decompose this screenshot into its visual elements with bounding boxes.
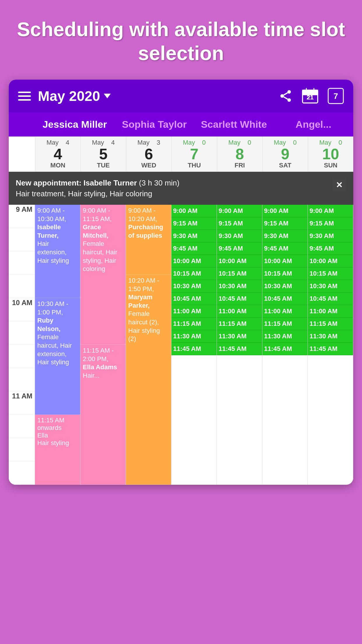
sun-name: SUN — [309, 162, 352, 169]
slot-thu-930[interactable]: 9:30 AM — [171, 230, 217, 242]
slot-sun-915[interactable]: 9:15 AM — [308, 217, 353, 230]
slot-thu-1145[interactable]: 11:45 AM — [171, 343, 217, 355]
apt-ruby-nelson[interactable]: 10:30 AM - 1:00 PM, Ruby Nelson, Female … — [35, 298, 80, 415]
slot-sun-1030[interactable]: 10:30 AM — [308, 280, 353, 293]
header-right: 21 21 7 — [279, 88, 344, 104]
day-header-thu[interactable]: May 0 7 THU — [171, 136, 217, 172]
toast-notification: New appointment: Isabelle Turner (3 h 30… — [9, 172, 353, 205]
slot-sat-930[interactable]: 9:30 AM — [262, 230, 307, 242]
mon-name: MON — [36, 162, 79, 169]
slot-sun-1130[interactable]: 11:30 AM — [308, 330, 353, 343]
slot-sun-1145[interactable]: 11:45 AM — [308, 343, 353, 355]
slot-thu-1115[interactable]: 11:15 AM — [171, 318, 217, 330]
wed-date: 6 — [127, 146, 170, 162]
slot-fri-1145[interactable]: 11:45 AM — [217, 343, 262, 355]
calendar-today-button[interactable]: 21 21 — [302, 88, 318, 104]
thu-name: THU — [173, 162, 216, 169]
day-col-sun: 9:00 AM 9:15 AM 9:30 AM 9:45 AM 10:00 AM… — [308, 205, 353, 485]
slot-sat-1145[interactable]: 11:45 AM — [262, 343, 307, 355]
slot-fri-1015[interactable]: 10:15 AM — [217, 267, 262, 280]
staff-angel[interactable]: Angel... — [274, 112, 353, 136]
apt-purchasing[interactable]: 9:00 AM - 10:20 AM, Purchasing of suppli… — [126, 205, 171, 275]
apt-time: 9:00 AM - 11:15 AM, — [83, 206, 123, 223]
apt-services: Female haircut, Hair styling, Hair color… — [83, 240, 123, 273]
apt-ella-partial[interactable]: 11:15 AM onwards Ella Hair styling — [35, 415, 80, 485]
slot-fri-1045[interactable]: 10:45 AM — [217, 293, 262, 305]
time-945 — [9, 275, 35, 298]
apt-name: Ruby Nelson, — [37, 316, 78, 333]
slot-sat-900[interactable]: 9:00 AM — [262, 205, 307, 217]
day-header-fri[interactable]: May 0 8 FRI — [217, 136, 262, 172]
apt-grace-mitchell[interactable]: 9:00 AM - 11:15 AM, Grace Mitchell, Fema… — [80, 205, 126, 345]
slot-sun-945[interactable]: 9:45 AM — [308, 242, 353, 255]
slot-fri-1115[interactable]: 11:15 AM — [217, 318, 262, 330]
slot-sat-1045[interactable]: 10:45 AM — [262, 293, 307, 305]
hero-title: Scheduling with available time slot sele… — [0, 0, 362, 80]
slot-sun-1115[interactable]: 11:15 AM — [308, 318, 353, 330]
slot-sat-1115[interactable]: 11:15 AM — [262, 318, 307, 330]
slot-fri-930[interactable]: 9:30 AM — [217, 230, 262, 242]
slot-sat-1015[interactable]: 10:15 AM — [262, 267, 307, 280]
day-header-tue[interactable]: May 4 5 TUE — [80, 136, 126, 172]
header-left: May 2020 — [18, 88, 111, 104]
slot-fri-945[interactable]: 9:45 AM — [217, 242, 262, 255]
slot-fri-1030[interactable]: 10:30 AM — [217, 280, 262, 293]
apt-ella-adams[interactable]: 11:15 AM - 2:00 PM, Ella Adams Hair... — [80, 345, 126, 485]
slot-sat-1130[interactable]: 11:30 AM — [262, 330, 307, 343]
slot-sat-915[interactable]: 9:15 AM — [262, 217, 307, 230]
apt-name: Grace Mitchell, — [83, 223, 123, 240]
svg-point-2 — [287, 98, 291, 102]
fri-date: 8 — [218, 146, 261, 162]
slot-fri-1000[interactable]: 10:00 AM — [217, 255, 262, 267]
week-view-button[interactable]: 7 — [328, 88, 344, 104]
apt-time: 9:00 AM - 10:30 AM, — [37, 206, 78, 223]
staff-jessica[interactable]: Jessica Miller — [35, 112, 115, 136]
share-button[interactable] — [279, 89, 293, 103]
day-header-mon[interactable]: May 4 4 MON — [35, 136, 80, 172]
apt-time: 11:15 AM - 2:00 PM, — [83, 346, 123, 363]
slot-sat-1000[interactable]: 10:00 AM — [262, 255, 307, 267]
time-9am: 9 AM — [9, 205, 35, 228]
slot-thu-1100[interactable]: 11:00 AM — [171, 305, 217, 318]
slot-sat-1100[interactable]: 11:00 AM — [262, 305, 307, 318]
month-display[interactable]: May 2020 — [38, 88, 111, 104]
slot-sun-900[interactable]: 9:00 AM — [308, 205, 353, 217]
staff-sophia[interactable]: Sophia Taylor — [115, 112, 194, 136]
slot-thu-1015[interactable]: 10:15 AM — [171, 267, 217, 280]
slot-sun-1000[interactable]: 10:00 AM — [308, 255, 353, 267]
day-header-sat[interactable]: May 0 9 SAT — [262, 136, 308, 172]
calendar-grid: 9 AM 10 AM 11 AM 9:00 AM - 10:30 AM, Isa… — [9, 205, 353, 485]
slot-thu-900[interactable]: 9:00 AM — [171, 205, 217, 217]
day-col-wed: 9:00 AM - 10:20 AM, Purchasing of suppli… — [126, 205, 171, 485]
hamburger-menu[interactable] — [18, 92, 31, 101]
slot-sat-1030[interactable]: 10:30 AM — [262, 280, 307, 293]
slot-fri-1130[interactable]: 11:30 AM — [217, 330, 262, 343]
slot-thu-945[interactable]: 9:45 AM — [171, 242, 217, 255]
tue-date: 5 — [82, 146, 125, 162]
apt-isabelle-turner[interactable]: 9:00 AM - 10:30 AM, Isabelle Turner, Hai… — [35, 205, 80, 298]
apt-time: 11:15 AM onwards — [37, 416, 78, 432]
slot-thu-1045[interactable]: 10:45 AM — [171, 293, 217, 305]
apt-time: 10:30 AM - 1:00 PM, — [37, 300, 78, 316]
slot-thu-1030[interactable]: 10:30 AM — [171, 280, 217, 293]
slot-sat-945[interactable]: 9:45 AM — [262, 242, 307, 255]
slot-thu-1130[interactable]: 11:30 AM — [171, 330, 217, 343]
slot-sun-1045[interactable]: 10:45 AM — [308, 293, 353, 305]
staff-scarlett[interactable]: Scarlett White — [194, 112, 274, 136]
slot-thu-1000[interactable]: 10:00 AM — [171, 255, 217, 267]
slot-sun-1100[interactable]: 11:00 AM — [308, 305, 353, 318]
slot-fri-900[interactable]: 9:00 AM — [217, 205, 262, 217]
app-container: May 2020 21 — [9, 80, 353, 485]
slot-sun-930[interactable]: 9:30 AM — [308, 230, 353, 242]
apt-name: Maryam Parker, — [128, 293, 169, 310]
time-labels-col: 9 AM 10 AM 11 AM — [9, 205, 35, 485]
apt-maryam-parker[interactable]: 10:20 AM - 1:50 PM, Maryam Parker, Femal… — [126, 275, 171, 485]
day-header-sun[interactable]: May 0 10 SUN — [308, 136, 353, 172]
slot-fri-1100[interactable]: 11:00 AM — [217, 305, 262, 318]
toast-close-button[interactable]: ✕ — [332, 178, 346, 192]
month-dropdown-arrow[interactable] — [104, 94, 111, 98]
slot-thu-915[interactable]: 9:15 AM — [171, 217, 217, 230]
day-header-wed[interactable]: May 3 6 WED — [126, 136, 171, 172]
slot-sun-1015[interactable]: 10:15 AM — [308, 267, 353, 280]
slot-fri-915[interactable]: 9:15 AM — [217, 217, 262, 230]
